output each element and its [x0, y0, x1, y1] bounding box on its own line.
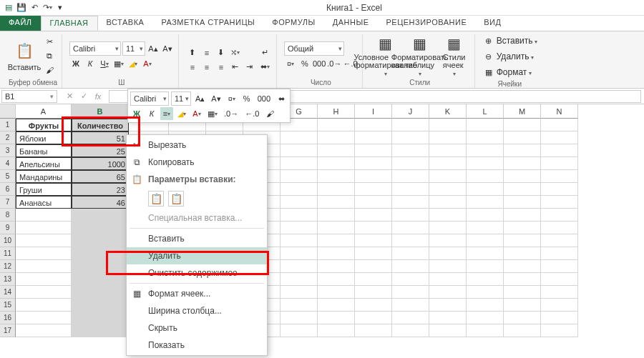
cell[interactable]	[280, 222, 318, 234]
cell[interactable]	[467, 312, 504, 324]
cell[interactable]	[280, 312, 318, 324]
cell[interactable]	[429, 247, 467, 260]
name-box[interactable]: B1▾	[1, 90, 57, 103]
tab-view[interactable]: ВИД	[475, 16, 509, 31]
row-header[interactable]: 8	[0, 209, 16, 222]
cell[interactable]	[72, 260, 129, 273]
cell[interactable]	[541, 260, 578, 273]
cell[interactable]	[280, 131, 318, 144]
font-size-combo[interactable]: 11	[122, 41, 145, 56]
ctx-copy[interactable]: ⧉Копировать	[127, 154, 267, 171]
cell[interactable]	[429, 222, 467, 234]
fx-icon[interactable]: fx	[92, 90, 104, 103]
cell[interactable]	[355, 170, 392, 183]
cell[interactable]: Количество	[72, 119, 129, 131]
cell[interactable]	[429, 299, 467, 312]
cell[interactable]	[429, 209, 467, 222]
col-header-h[interactable]: H	[318, 104, 355, 119]
row-header[interactable]: 9	[0, 222, 16, 234]
align-center-icon[interactable]: ≡	[200, 61, 213, 74]
mini-border-icon[interactable]: ▦	[205, 107, 220, 120]
cell[interactable]	[318, 260, 355, 273]
cell[interactable]	[429, 183, 467, 196]
cell[interactable]	[541, 119, 578, 131]
cell[interactable]	[541, 299, 578, 312]
cell[interactable]	[541, 247, 578, 260]
cell[interactable]	[504, 260, 541, 273]
cell[interactable]	[504, 196, 541, 209]
cell[interactable]	[429, 170, 467, 183]
cell[interactable]	[429, 273, 467, 286]
number-format-combo[interactable]: Общий	[284, 41, 344, 56]
fill-color-button[interactable]: ◢	[127, 57, 140, 70]
tab-pagelayout[interactable]: РАЗМЕТКА СТРАНИЦЫ	[152, 16, 263, 31]
tab-formulas[interactable]: ФОРМУЛЫ	[263, 16, 323, 31]
ctx-show[interactable]: Показать	[127, 337, 267, 354]
row-header[interactable]: 13	[0, 273, 16, 286]
align-bottom-icon[interactable]: ⬇	[215, 46, 228, 59]
row-header[interactable]: 17	[0, 324, 16, 337]
cell[interactable]	[541, 286, 578, 299]
dec-inc-icon[interactable]: .0→	[327, 57, 341, 70]
cell[interactable]	[467, 273, 504, 286]
cell[interactable]: 1000	[72, 157, 129, 170]
cell[interactable]	[504, 247, 541, 260]
cell[interactable]	[280, 247, 318, 260]
cell[interactable]	[541, 183, 578, 196]
cell[interactable]	[467, 209, 504, 222]
cell[interactable]	[16, 299, 72, 312]
save-icon[interactable]: 💾	[16, 2, 27, 14]
cell[interactable]	[318, 144, 355, 157]
col-header-n[interactable]: N	[541, 104, 578, 119]
cell[interactable]	[318, 170, 355, 183]
border-button[interactable]: ▦	[112, 57, 125, 70]
cell[interactable]	[504, 273, 541, 286]
font-color-button[interactable]: A	[141, 57, 154, 70]
cell[interactable]	[392, 286, 429, 299]
cell[interactable]	[392, 119, 429, 131]
format-painter-icon[interactable]: 🖌	[43, 64, 56, 76]
cell[interactable]: 65	[72, 170, 129, 183]
col-header-i[interactable]: I	[355, 104, 392, 119]
wrap-text-icon[interactable]: ↵	[259, 46, 272, 59]
cell[interactable]	[541, 157, 578, 170]
cell[interactable]	[504, 170, 541, 183]
cell[interactable]: 46	[72, 196, 129, 209]
cell[interactable]	[467, 183, 504, 196]
cell[interactable]	[467, 234, 504, 247]
cell[interactable]: 25	[72, 144, 129, 157]
merge-button[interactable]: ⬌	[259, 61, 272, 74]
cell[interactable]	[467, 299, 504, 312]
cell[interactable]	[467, 131, 504, 144]
align-right-icon[interactable]: ≡	[215, 61, 228, 74]
cell[interactable]	[355, 247, 392, 260]
shrink-font-icon[interactable]: A▾	[161, 42, 174, 55]
cell[interactable]	[318, 222, 355, 234]
grow-font-icon[interactable]: A▴	[147, 42, 160, 55]
cell[interactable]	[318, 299, 355, 312]
mini-font-combo[interactable]: Calibri	[130, 91, 169, 106]
row-header[interactable]: 14	[0, 286, 16, 299]
cell[interactable]	[355, 222, 392, 234]
cell[interactable]	[318, 286, 355, 299]
cell[interactable]	[16, 260, 72, 273]
cell[interactable]	[392, 157, 429, 170]
ctx-insert[interactable]: Вставить	[127, 230, 267, 247]
mini-grow-font-icon[interactable]: A▴	[193, 92, 207, 105]
cell[interactable]: Фрукты	[16, 119, 72, 131]
cell[interactable]	[355, 157, 392, 170]
cell[interactable]	[504, 299, 541, 312]
cell[interactable]	[318, 234, 355, 247]
cell[interactable]	[504, 312, 541, 324]
cell[interactable]	[429, 260, 467, 273]
cell[interactable]	[429, 144, 467, 157]
mini-percent-icon[interactable]: %	[240, 92, 253, 105]
format-as-table-button[interactable]: ▦Форматировать как таблицу	[404, 35, 436, 76]
cell[interactable]	[429, 312, 467, 324]
underline-button[interactable]: Ч	[98, 57, 111, 70]
ctx-cut[interactable]: ✂Вырезать	[127, 136, 267, 154]
cell[interactable]	[72, 234, 129, 247]
cell[interactable]	[541, 324, 578, 337]
cell[interactable]	[541, 144, 578, 157]
cell[interactable]	[392, 324, 429, 337]
